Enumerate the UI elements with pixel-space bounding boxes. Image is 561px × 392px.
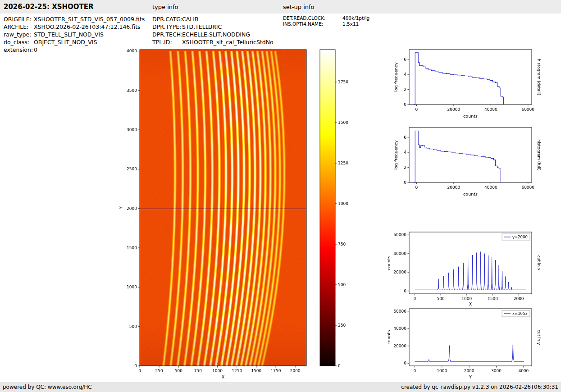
- colorbar-tick-label: 0: [338, 364, 341, 368]
- meta-value: XSHOOTER_slt_cal_TelluricStdNo: [182, 38, 274, 46]
- tick-label: 1500: [488, 296, 498, 301]
- right-axis-label: histogram (detail): [537, 59, 541, 96]
- meta-value: STD_TELL_SLIT_NOD_VIS: [34, 31, 104, 38]
- tick-label: 0: [415, 107, 418, 112]
- colorbar-tick-label: 750: [338, 242, 346, 246]
- meta-label: DPR.TECH:: [152, 31, 182, 38]
- tick-label: 40000: [393, 326, 406, 331]
- right-axis-label: cut in y: [537, 330, 541, 345]
- meta-label: ORIGFILE:: [4, 15, 34, 23]
- meta-value: XSHOO.2026-02-26T03:47:12.146.fits: [34, 23, 141, 31]
- setup-info-block: DET.READ.CLOCK: 400k/1pt/lg INS.OPTI4.NA…: [283, 15, 369, 27]
- tick-label: 60000: [521, 185, 534, 190]
- colorbar-tick-label: 500: [338, 283, 346, 287]
- doclass-row: do_class: OBJECT_SLIT_NOD_VIS: [4, 38, 145, 46]
- tick-label: 6: [404, 135, 406, 140]
- tick-label: 20000: [447, 107, 461, 112]
- meta-value: CALIB: [182, 15, 199, 23]
- opti4-row: INS.OPTI4.NAME: 1.5x11: [283, 21, 369, 27]
- x-axis-label: X: [469, 301, 472, 306]
- tick-label: 2000: [464, 369, 474, 373]
- meta-label: ARCFILE:: [4, 23, 34, 31]
- dpr-type-row: DPR.TYPE: STD,TELLURIC: [152, 23, 274, 31]
- meta-value: OBJECT_SLIT_NOD_VIS: [34, 38, 97, 46]
- tick-label: 40000: [484, 185, 497, 190]
- setup-info-heading: set-up info: [283, 4, 315, 10]
- tick-label: 60000: [393, 309, 406, 314]
- tick-label: 20000: [447, 185, 461, 190]
- raw-frame-image: [140, 50, 306, 366]
- tick-label: 0: [404, 289, 406, 293]
- tick-label: 2500: [127, 167, 137, 171]
- qc-report-page: 2026-02-25: XSHOOTER type info set-up in…: [0, 0, 561, 392]
- tick-label: 3500: [127, 88, 137, 93]
- tick-label: 750: [194, 369, 202, 373]
- right-axis-label: histogram (full): [537, 139, 541, 170]
- y-axis-label: log frequency: [393, 62, 398, 92]
- footer-left: powered by QC: www.eso.org/HC: [3, 382, 92, 392]
- y-axis-label: Y: [119, 206, 123, 210]
- colorbar-tick-label: 1000: [338, 201, 348, 206]
- extension-row: extension: 0: [4, 46, 145, 54]
- tick-label: 0: [404, 102, 406, 107]
- y-axis-label: counts: [386, 256, 391, 270]
- tick-label: 60000: [393, 232, 406, 237]
- tick-label: 3000: [491, 369, 502, 373]
- tick-label: 2: [404, 87, 406, 92]
- tick-label: 1250: [232, 369, 242, 373]
- tick-label: 1750: [271, 369, 281, 373]
- colorbar-tick-label: 250: [338, 323, 346, 328]
- y-axis-label: counts: [386, 330, 391, 345]
- tick-label: 4000: [518, 369, 529, 373]
- tick-label: 0: [413, 296, 416, 301]
- dpr-catg-row: DPR.CATG: CALIB: [152, 15, 274, 23]
- histogram-full-plot: 02000040000600000246countslog frequencyh…: [393, 128, 541, 196]
- cut-in-x-plot: 05001000150020000200004000060000Xcountsc…: [386, 232, 541, 306]
- tick-label: 0: [404, 361, 406, 365]
- tick-label: 1000: [212, 369, 223, 373]
- histogram-line: [414, 131, 500, 183]
- meta-label: extension:: [4, 46, 34, 54]
- arcfile-row: ARCFILE: XSHOO.2026-02-26T03:47:12.146.f…: [4, 23, 145, 31]
- colorbar-tick-label: 1750: [338, 80, 348, 84]
- meta-value: 400k/1pt/lg: [342, 15, 369, 21]
- footer-right: created by qc_rawdisp.py v1.2.3 on 2026-…: [401, 382, 558, 392]
- tick-label: 0: [414, 369, 416, 373]
- tick-label: 0: [415, 185, 418, 190]
- tick-label: 0: [404, 180, 406, 185]
- tick-label: 500: [129, 324, 137, 329]
- type-info-heading: type info: [152, 4, 178, 10]
- meta-value: STD,TELLURIC: [182, 23, 222, 31]
- tick-label: 3000: [127, 128, 137, 132]
- tick-label: 500: [175, 369, 182, 373]
- tick-label: 20000: [393, 270, 406, 274]
- tick-label: 40000: [393, 251, 406, 256]
- tick-label: 1000: [461, 296, 472, 301]
- meta-value: 1.5x11: [342, 21, 359, 27]
- tick-label: 20000: [393, 344, 406, 348]
- histogram-line: [414, 53, 503, 105]
- tick-label: 4: [404, 150, 406, 155]
- tick-label: 2000: [290, 369, 301, 373]
- colorbar: 02505007501000125015001750: [320, 50, 348, 368]
- tick-label: 2000: [127, 206, 137, 211]
- cut-line: [415, 345, 524, 362]
- right-axis-label: cut in x: [537, 255, 541, 271]
- legend: y=2000: [502, 234, 530, 240]
- x-axis-label: X: [222, 374, 225, 379]
- rawtype-row: raw_type: STD_TELL_SLIT_NOD_VIS: [4, 31, 145, 38]
- tpl-id-row: TPL.ID: XSHOOTER_slt_cal_TelluricStdNo: [152, 38, 274, 46]
- footer-bar: powered by QC: www.eso.org/HC created by…: [0, 382, 561, 392]
- tick-label: 1500: [251, 369, 261, 373]
- meta-label: do_class:: [4, 38, 34, 46]
- meta-label: DPR.TYPE:: [152, 23, 182, 31]
- dpr-tech-row: DPR.TECH: ECHELLE,SLIT,NODDING: [152, 31, 274, 38]
- tick-label: 500: [437, 296, 444, 301]
- meta-value: XSHOOTER_SLT_STD_VIS_057_0009.fits: [34, 15, 145, 23]
- page-title: 2026-02-25: XSHOOTER: [4, 3, 94, 11]
- tick-label: 60000: [521, 107, 534, 112]
- tick-label: 0: [138, 369, 141, 373]
- meta-label: DET.READ.CLOCK:: [283, 15, 342, 21]
- cut-line: [415, 252, 526, 290]
- type-info-block: DPR.CATG: CALIB DPR.TYPE: STD,TELLURIC D…: [152, 15, 274, 46]
